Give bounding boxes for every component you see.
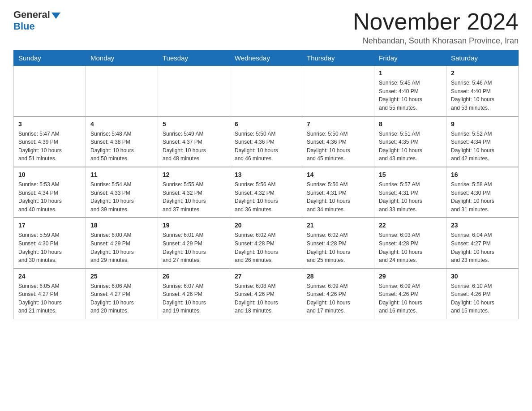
calendar-header-friday: Friday [374, 51, 446, 66]
day-info: Sunrise: 5:49 AM Sunset: 4:37 PM Dayligh… [163, 130, 225, 163]
calendar-cell [86, 66, 158, 116]
day-info: Sunrise: 5:50 AM Sunset: 4:36 PM Dayligh… [235, 130, 297, 163]
calendar-header-tuesday: Tuesday [158, 51, 230, 66]
calendar-cell: 20Sunrise: 6:02 AM Sunset: 4:28 PM Dayli… [230, 218, 302, 268]
calendar-header-sunday: Sunday [14, 51, 86, 66]
day-info: Sunrise: 5:50 AM Sunset: 4:36 PM Dayligh… [307, 130, 369, 163]
day-number: 22 [379, 221, 442, 230]
day-number: 16 [451, 170, 514, 180]
calendar-week-row-1: 1Sunrise: 5:45 AM Sunset: 4:40 PM Daylig… [14, 66, 519, 116]
calendar-cell: 3Sunrise: 5:47 AM Sunset: 4:39 PM Daylig… [14, 116, 86, 167]
calendar-cell: 22Sunrise: 6:03 AM Sunset: 4:28 PM Dayli… [374, 218, 446, 268]
calendar-cell: 29Sunrise: 6:09 AM Sunset: 4:26 PM Dayli… [374, 269, 446, 319]
day-number: 21 [307, 221, 369, 230]
calendar-cell: 5Sunrise: 5:49 AM Sunset: 4:37 PM Daylig… [158, 116, 230, 167]
calendar-cell: 18Sunrise: 6:00 AM Sunset: 4:29 PM Dayli… [86, 218, 158, 268]
day-number: 13 [235, 170, 297, 180]
logo-general: General [13, 9, 60, 21]
logo-blue-text: Blue [13, 21, 35, 32]
calendar-cell: 9Sunrise: 5:52 AM Sunset: 4:34 PM Daylig… [446, 116, 519, 167]
day-info: Sunrise: 5:57 AM Sunset: 4:31 PM Dayligh… [379, 180, 442, 214]
calendar-week-row-2: 3Sunrise: 5:47 AM Sunset: 4:39 PM Daylig… [14, 116, 519, 167]
calendar-cell [158, 66, 230, 116]
day-number: 18 [90, 221, 153, 230]
day-info: Sunrise: 6:10 AM Sunset: 4:26 PM Dayligh… [451, 282, 514, 315]
day-info: Sunrise: 6:02 AM Sunset: 4:28 PM Dayligh… [307, 231, 369, 264]
calendar-cell: 23Sunrise: 6:04 AM Sunset: 4:27 PM Dayli… [446, 218, 519, 268]
calendar-cell: 4Sunrise: 5:48 AM Sunset: 4:38 PM Daylig… [86, 116, 158, 167]
day-info: Sunrise: 6:05 AM Sunset: 4:27 PM Dayligh… [18, 282, 81, 315]
day-info: Sunrise: 6:06 AM Sunset: 4:27 PM Dayligh… [90, 282, 153, 315]
day-number: 27 [235, 272, 297, 281]
day-number: 17 [18, 221, 81, 230]
day-info: Sunrise: 6:09 AM Sunset: 4:26 PM Dayligh… [307, 282, 369, 315]
day-info: Sunrise: 6:09 AM Sunset: 4:26 PM Dayligh… [379, 282, 442, 315]
day-info: Sunrise: 5:59 AM Sunset: 4:30 PM Dayligh… [18, 231, 81, 264]
day-number: 4 [90, 120, 153, 129]
calendar-cell [230, 66, 302, 116]
day-info: Sunrise: 6:02 AM Sunset: 4:28 PM Dayligh… [235, 231, 297, 264]
day-info: Sunrise: 6:03 AM Sunset: 4:28 PM Dayligh… [379, 231, 442, 264]
day-number: 20 [235, 221, 297, 230]
day-info: Sunrise: 6:00 AM Sunset: 4:29 PM Dayligh… [90, 231, 153, 264]
day-info: Sunrise: 5:46 AM Sunset: 4:40 PM Dayligh… [451, 79, 514, 112]
day-info: Sunrise: 5:54 AM Sunset: 4:33 PM Dayligh… [90, 180, 153, 214]
day-number: 7 [307, 120, 369, 129]
page-header: General Blue November 2024 Nehbandan, So… [13, 9, 519, 46]
calendar-cell: 1Sunrise: 5:45 AM Sunset: 4:40 PM Daylig… [374, 66, 446, 116]
day-info: Sunrise: 5:51 AM Sunset: 4:35 PM Dayligh… [379, 130, 442, 163]
calendar-cell: 27Sunrise: 6:08 AM Sunset: 4:26 PM Dayli… [230, 269, 302, 319]
calendar-week-row-4: 17Sunrise: 5:59 AM Sunset: 4:30 PM Dayli… [14, 218, 519, 268]
calendar-cell: 21Sunrise: 6:02 AM Sunset: 4:28 PM Dayli… [302, 218, 374, 268]
day-number: 28 [307, 272, 369, 281]
calendar-cell: 7Sunrise: 5:50 AM Sunset: 4:36 PM Daylig… [302, 116, 374, 167]
day-info: Sunrise: 6:01 AM Sunset: 4:29 PM Dayligh… [163, 231, 225, 264]
calendar-cell [14, 66, 86, 116]
calendar-cell: 25Sunrise: 6:06 AM Sunset: 4:27 PM Dayli… [86, 269, 158, 319]
day-number: 11 [90, 170, 153, 180]
calendar-cell: 13Sunrise: 5:56 AM Sunset: 4:32 PM Dayli… [230, 167, 302, 218]
calendar-header-monday: Monday [86, 51, 158, 66]
month-title: November 2024 [353, 9, 519, 34]
day-number: 29 [379, 272, 442, 281]
calendar-cell: 26Sunrise: 6:07 AM Sunset: 4:26 PM Dayli… [158, 269, 230, 319]
day-number: 5 [163, 120, 225, 129]
title-area: November 2024 Nehbandan, South Khorasan … [353, 9, 519, 46]
day-info: Sunrise: 6:07 AM Sunset: 4:26 PM Dayligh… [163, 282, 225, 315]
day-number: 2 [451, 68, 514, 78]
day-number: 19 [163, 221, 225, 230]
day-info: Sunrise: 5:55 AM Sunset: 4:32 PM Dayligh… [163, 180, 225, 214]
calendar-cell: 15Sunrise: 5:57 AM Sunset: 4:31 PM Dayli… [374, 167, 446, 218]
day-info: Sunrise: 6:04 AM Sunset: 4:27 PM Dayligh… [451, 231, 514, 264]
day-number: 23 [451, 221, 514, 230]
calendar-cell: 6Sunrise: 5:50 AM Sunset: 4:36 PM Daylig… [230, 116, 302, 167]
calendar-cell [302, 66, 374, 116]
calendar-header-saturday: Saturday [446, 51, 519, 66]
calendar-cell: 12Sunrise: 5:55 AM Sunset: 4:32 PM Dayli… [158, 167, 230, 218]
calendar-cell: 17Sunrise: 5:59 AM Sunset: 4:30 PM Dayli… [14, 218, 86, 268]
logo-general-text: General [13, 9, 50, 21]
calendar-cell: 16Sunrise: 5:58 AM Sunset: 4:30 PM Dayli… [446, 167, 519, 218]
day-info: Sunrise: 5:52 AM Sunset: 4:34 PM Dayligh… [451, 130, 514, 163]
day-number: 12 [163, 170, 225, 180]
day-number: 14 [307, 170, 369, 180]
day-number: 15 [379, 170, 442, 180]
day-number: 26 [163, 272, 225, 281]
day-number: 9 [451, 120, 514, 129]
day-number: 3 [18, 120, 81, 129]
location-subtitle: Nehbandan, South Khorasan Province, Iran [353, 36, 519, 46]
calendar-week-row-3: 10Sunrise: 5:53 AM Sunset: 4:34 PM Dayli… [14, 167, 519, 218]
calendar-cell: 28Sunrise: 6:09 AM Sunset: 4:26 PM Dayli… [302, 269, 374, 319]
day-number: 30 [451, 272, 514, 281]
calendar-cell: 24Sunrise: 6:05 AM Sunset: 4:27 PM Dayli… [14, 269, 86, 319]
day-info: Sunrise: 5:58 AM Sunset: 4:30 PM Dayligh… [451, 180, 514, 214]
day-info: Sunrise: 5:56 AM Sunset: 4:32 PM Dayligh… [235, 180, 297, 214]
calendar-week-row-5: 24Sunrise: 6:05 AM Sunset: 4:27 PM Dayli… [14, 269, 519, 319]
calendar-header-wednesday: Wednesday [230, 51, 302, 66]
calendar-cell: 8Sunrise: 5:51 AM Sunset: 4:35 PM Daylig… [374, 116, 446, 167]
calendar-header-thursday: Thursday [302, 51, 374, 66]
day-number: 25 [90, 272, 153, 281]
day-info: Sunrise: 5:53 AM Sunset: 4:34 PM Dayligh… [18, 180, 81, 214]
calendar-cell: 30Sunrise: 6:10 AM Sunset: 4:26 PM Dayli… [446, 269, 519, 319]
day-info: Sunrise: 5:47 AM Sunset: 4:39 PM Dayligh… [18, 130, 81, 163]
